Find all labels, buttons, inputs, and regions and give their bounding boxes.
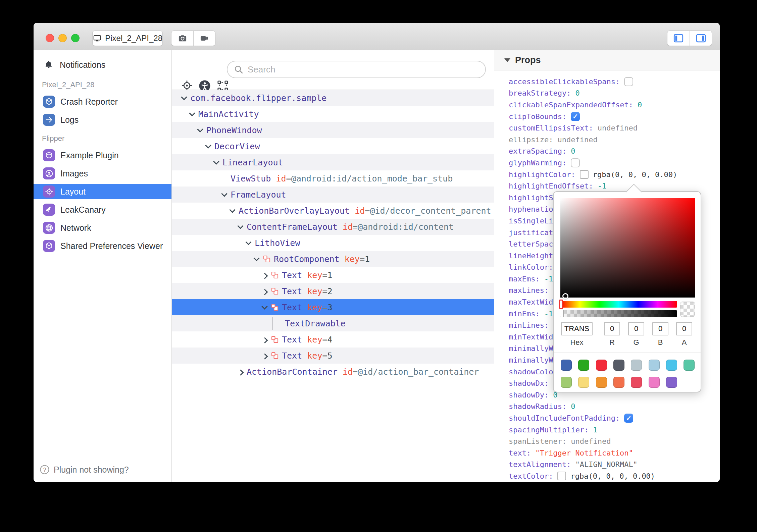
prop-row[interactable]: shadowRadius:0 [494,401,720,413]
chevron-right-icon[interactable] [261,273,268,277]
preset-color-swatch[interactable] [684,360,695,371]
tree-row-rootcomponent[interactable]: RootComponent key=1 [172,251,494,267]
prop-color-swatch[interactable] [580,170,589,179]
tree-row-text[interactable]: Text key=5 [172,348,494,364]
prop-row[interactable]: customEllipsisText:undefined [494,122,720,134]
target-mode-button[interactable] [181,80,193,91]
tree-row-mainactivity[interactable]: MainActivity [172,106,494,122]
tree-row-text[interactable]: Text key=4 [172,331,494,348]
plugin-help-link[interactable]: ? Plugin not showing? [34,462,171,477]
tree-row-lithoview[interactable]: LithoView [172,235,494,251]
device-selector-button[interactable]: Pixel_2_API_28 [92,31,163,46]
chevron-down-icon[interactable] [196,128,204,132]
blue-input[interactable] [652,322,668,335]
screen-record-button[interactable] [193,31,215,46]
chevron-down-icon[interactable] [261,305,268,310]
chevron-down-icon[interactable] [204,144,212,149]
prop-row[interactable]: textAlignment:"ALIGN_NORMAL" [494,459,720,471]
chevron-down-icon[interactable] [180,96,188,100]
prop-checkbox[interactable]: ✓ [571,112,580,121]
preset-color-swatch[interactable] [578,377,589,388]
alpha-input[interactable] [676,322,692,335]
alpha-handle[interactable] [560,310,564,317]
screenshot-button[interactable] [171,31,193,46]
tree-row-com.facebook.flipper.sample[interactable]: com.facebook.flipper.sample [172,90,494,106]
prop-row[interactable]: highlightColor: rgba(0, 0, 0, 0.00) [494,169,720,180]
chevron-down-icon[interactable] [188,112,196,116]
hue-handle[interactable] [559,300,563,309]
prop-row[interactable]: accessibleClickableSpans: [494,76,720,88]
sidebar-item-layout[interactable]: Layout [34,184,171,199]
chevron-right-icon[interactable] [261,354,268,358]
tree-row-phonewindow[interactable]: PhoneWindow [172,122,494,138]
prop-row[interactable]: text:"Trigger Notification" [494,447,720,459]
close-window-button[interactable] [46,34,54,42]
minimize-window-button[interactable] [58,34,67,42]
tree-row-decorview[interactable]: DecorView [172,138,494,154]
red-input[interactable] [604,322,620,335]
preset-color-swatch[interactable] [631,377,642,388]
preset-color-swatch[interactable] [613,360,624,371]
preset-color-swatch[interactable] [578,360,589,371]
prop-color-swatch[interactable] [557,472,566,480]
prop-row[interactable]: ellipsize:undefined [494,134,720,146]
sidebar-item-leakcanary[interactable]: LeakCanary [34,202,171,217]
chevron-down-icon[interactable] [229,209,236,213]
sidebar-item-images[interactable]: Images [34,166,171,181]
chevron-right-icon[interactable] [261,289,268,294]
prop-checkbox[interactable]: ✓ [624,414,633,423]
prop-row[interactable]: extraSpacing:0 [494,146,720,157]
prop-row[interactable]: breakStrategy:0 [494,88,720,99]
preset-color-swatch[interactable] [596,377,607,388]
preset-color-swatch[interactable] [561,377,572,388]
preset-color-swatch[interactable] [561,360,572,371]
chevron-right-icon[interactable] [237,370,244,374]
tree-row-text[interactable]: Text key=3 [172,299,494,315]
prop-row[interactable]: spanListener:undefined [494,435,720,447]
prop-checkbox[interactable] [571,158,580,167]
hex-input[interactable] [561,322,593,335]
toggle-left-panel-button[interactable] [667,31,690,46]
hue-slider[interactable] [560,301,677,308]
tree-row-text[interactable]: Text key=2 [172,283,494,299]
tree-row-viewstub[interactable]: ViewStub id=@android:id/action_mode_bar_… [172,170,494,187]
preset-color-swatch[interactable] [613,377,624,388]
chevron-right-icon[interactable] [261,337,268,342]
sidebar-item-notifications[interactable]: Notifications [34,57,171,72]
sidebar-item-crash-reporter[interactable]: Crash Reporter [34,94,171,109]
toggle-right-panel-button[interactable] [690,31,712,46]
chevron-down-icon[interactable] [245,241,252,245]
tree-row-textdrawable[interactable]: TextDrawable [172,315,494,331]
chevron-down-icon[interactable] [212,160,220,165]
prop-row[interactable]: clipToBounds:✓ [494,111,720,122]
sidebar-item-example-plugin[interactable]: Example Plugin [34,148,171,163]
preset-color-swatch[interactable] [631,360,642,371]
prop-row[interactable]: glyphWarming: [494,157,720,169]
preset-color-swatch[interactable] [649,377,660,388]
chevron-down-icon[interactable] [237,225,244,229]
props-header[interactable]: Props [494,50,720,70]
zoom-window-button[interactable] [71,34,80,42]
search-input[interactable] [247,64,448,75]
preset-color-swatch[interactable] [649,360,660,371]
sidebar-item-network[interactable]: Network [34,220,171,235]
tree-row-text[interactable]: Text key=1 [172,267,494,283]
saturation-cursor[interactable] [562,293,568,299]
prop-row[interactable]: textColor: rgba(0, 0, 0, 0.00) [494,470,720,482]
tree-row-actionbarcontainer[interactable]: ActionBarContainer id=@id/action_bar_con… [172,364,494,380]
tree-row-framelayout[interactable]: FrameLayout [172,187,494,203]
alpha-slider[interactable] [560,310,677,317]
chevron-down-icon[interactable] [253,257,260,261]
saturation-value-field[interactable] [560,198,695,298]
sidebar-item-logs[interactable]: Logs [34,112,171,127]
chevron-down-icon[interactable] [220,193,228,197]
tree-row-contentframelayout[interactable]: ContentFrameLayout id=@android:id/conten… [172,219,494,235]
preset-color-swatch[interactable] [596,360,607,371]
prop-row[interactable]: shouldIncludeFontPadding:✓ [494,412,720,424]
preset-color-swatch[interactable] [666,377,677,388]
prop-checkbox[interactable] [624,77,633,86]
prop-row[interactable]: clickableSpanExpandedOffset:0 [494,99,720,111]
prop-row[interactable]: highlightEndOffset:-1 [494,180,720,192]
prop-row[interactable]: spacingMultiplier:1 [494,424,720,436]
green-input[interactable] [628,322,644,335]
